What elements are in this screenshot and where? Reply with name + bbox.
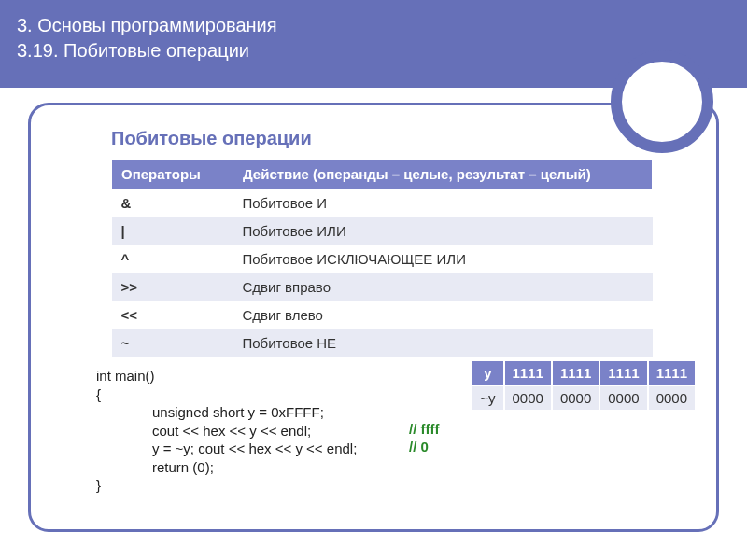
header-line2: 3.19. Побитовые операции (17, 38, 730, 63)
code-comment: // ffff (409, 420, 439, 439)
content-frame: Побитовые операции Операторы Действие (о… (28, 103, 719, 532)
code-comment: // 0 (409, 438, 429, 456)
table-row: &Побитовое И (112, 189, 653, 217)
bits-row-noty: ~y 0000 0000 0000 0000 (472, 385, 696, 411)
col-header-operators: Операторы (112, 160, 233, 189)
decorative-ring-icon (611, 50, 713, 153)
header-line1: 3. Основы программирования (17, 13, 730, 38)
bits-row-y: y 1111 1111 1111 1111 (472, 360, 696, 385)
bits-table: y 1111 1111 1111 1111 ~y 0000 0000 0000 … (471, 359, 697, 412)
table-row: <<Сдвиг влево (112, 301, 653, 329)
operators-table: Операторы Действие (операнды – целые, ре… (111, 159, 653, 357)
code-line: } (96, 476, 716, 495)
table-row: >>Сдвиг вправо (112, 273, 653, 301)
code-line: return (0); (152, 458, 716, 477)
code-line: y = ~y; cout << hex << y << endl; (152, 440, 716, 458)
table-row: |Побитовое ИЛИ (112, 217, 653, 245)
table-row: ^Побитовое ИСКЛЮЧАЮЩЕЕ ИЛИ (112, 245, 653, 273)
col-header-action: Действие (операнды – целые, результат – … (233, 160, 653, 189)
table-row: ~Побитовое НЕ (112, 329, 653, 357)
